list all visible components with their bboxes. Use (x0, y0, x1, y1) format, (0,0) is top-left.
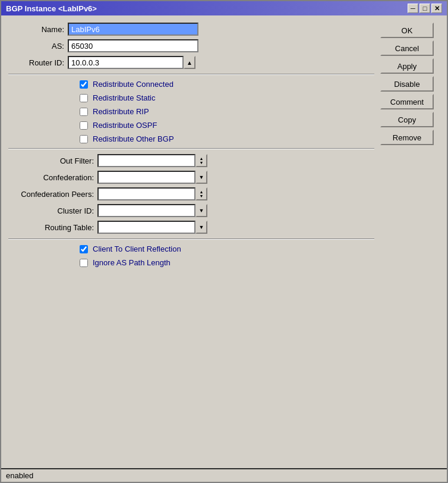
router-id-input[interactable] (68, 56, 184, 69)
confederation-input-group: ▼ (97, 171, 207, 184)
redistribute-static-checkbox[interactable] (80, 94, 88, 102)
router-id-spinner[interactable]: ▲ (184, 56, 195, 69)
filter-section: Out Filter: ▲ ▼ Confederation: ▼ (8, 154, 374, 234)
redistribute-static-label: Redistribute Static (93, 93, 156, 102)
client-to-client-checkbox[interactable] (80, 245, 88, 253)
cancel-button[interactable]: Cancel (380, 40, 434, 56)
redistribute-rip-label: Redistribute RIP (93, 107, 149, 116)
redistribute-connected-checkbox[interactable] (80, 80, 88, 89)
confederation-peers-spinner-btn[interactable]: ▲ ▼ (195, 187, 207, 200)
as-row: AS: (8, 39, 374, 52)
cluster-id-row: Cluster ID: ▼ (8, 204, 374, 217)
confederation-dropdown-btn[interactable]: ▼ (195, 171, 207, 184)
apply-button[interactable]: Apply (380, 58, 434, 74)
ignore-as-path-label: Ignore AS Path Length (93, 258, 171, 267)
routing-table-row: Routing Table: ▼ (8, 221, 374, 234)
client-to-client-row: Client To Client Reflection (80, 244, 374, 253)
ok-button[interactable]: OK (380, 23, 434, 38)
separator-2 (8, 148, 374, 149)
status-text: enabled (6, 471, 33, 480)
window: BGP Instance <LabIPv6> ─ □ ✕ Name: AS: R… (0, 0, 448, 483)
title-bar: BGP Instance <LabIPv6> ─ □ ✕ (1, 1, 447, 15)
routing-table-label: Routing Table: (8, 223, 97, 232)
copy-button[interactable]: Copy (380, 112, 434, 127)
name-row: Name: (8, 23, 374, 36)
redistribute-other-bgp-label: Redistribute Other BGP (93, 134, 174, 143)
maximize-button[interactable]: □ (419, 4, 430, 13)
separator-3 (8, 239, 374, 240)
redistribute-other-bgp-checkbox[interactable] (80, 135, 88, 143)
redistribute-rip-checkbox[interactable] (80, 108, 88, 116)
out-filter-row: Out Filter: ▲ ▼ (8, 154, 374, 167)
out-filter-input[interactable] (97, 154, 195, 167)
main-content: Name: AS: Router ID: ▲ Redistribute (1, 15, 447, 468)
confederation-peers-label: Confederation Peers: (8, 190, 97, 199)
confederation-peers-input-group: ▲ ▼ (97, 187, 207, 200)
confederation-peers-row: Confederation Peers: ▲ ▼ (8, 187, 374, 200)
redistribute-rip-row: Redistribute RIP (80, 107, 374, 116)
router-id-field-group: ▲ (68, 56, 195, 69)
minimize-button[interactable]: ─ (408, 4, 418, 13)
router-id-row: Router ID: ▲ (8, 56, 374, 69)
out-filter-label: Out Filter: (8, 156, 97, 165)
status-bar: enabled (1, 468, 447, 482)
as-label: AS: (8, 42, 68, 51)
right-panel: OK Cancel Apply Disable Comment Copy Rem… (380, 23, 440, 461)
close-button[interactable]: ✕ (431, 4, 442, 13)
routing-table-dropdown-btn[interactable]: ▼ (195, 221, 207, 234)
confederation-peers-input[interactable] (97, 187, 195, 200)
confederation-row: Confederation: ▼ (8, 171, 374, 184)
left-panel: Name: AS: Router ID: ▲ Redistribute (8, 23, 374, 461)
confederation-input[interactable] (97, 171, 195, 184)
name-input[interactable] (68, 23, 198, 36)
confederation-label: Confederation: (8, 173, 97, 182)
routing-table-input[interactable] (97, 221, 195, 234)
cluster-id-dropdown-btn[interactable]: ▼ (195, 204, 207, 217)
redistribute-connected-label: Redistribute Connected (93, 80, 173, 89)
redistribute-ospf-label: Redistribute OSPF (93, 121, 157, 130)
redistribute-ospf-checkbox[interactable] (80, 121, 88, 130)
as-input[interactable] (68, 39, 198, 52)
cluster-id-input-group: ▼ (97, 204, 207, 217)
redistribute-other-bgp-row: Redistribute Other BGP (80, 134, 374, 143)
title-bar-buttons: ─ □ ✕ (408, 4, 442, 13)
ignore-as-path-row: Ignore AS Path Length (80, 258, 374, 267)
redistribute-connected-row: Redistribute Connected (80, 80, 374, 89)
out-filter-input-group: ▲ ▼ (97, 154, 207, 167)
remove-button[interactable]: Remove (380, 130, 434, 145)
routing-table-input-group: ▼ (97, 221, 207, 234)
redistribute-static-row: Redistribute Static (80, 93, 374, 102)
disable-button[interactable]: Disable (380, 76, 434, 92)
cluster-id-input[interactable] (97, 204, 195, 217)
out-filter-combo-btn[interactable]: ▲ ▼ (195, 154, 207, 167)
client-to-client-label: Client To Client Reflection (93, 244, 181, 253)
name-label: Name: (8, 25, 68, 34)
separator-1 (8, 74, 374, 75)
cluster-id-label: Cluster ID: (8, 206, 97, 215)
ignore-as-path-checkbox[interactable] (80, 259, 88, 267)
redistribute-ospf-row: Redistribute OSPF (80, 121, 374, 130)
router-id-label: Router ID: (8, 58, 68, 67)
window-title: BGP Instance <LabIPv6> (6, 4, 97, 13)
comment-button[interactable]: Comment (380, 94, 434, 109)
